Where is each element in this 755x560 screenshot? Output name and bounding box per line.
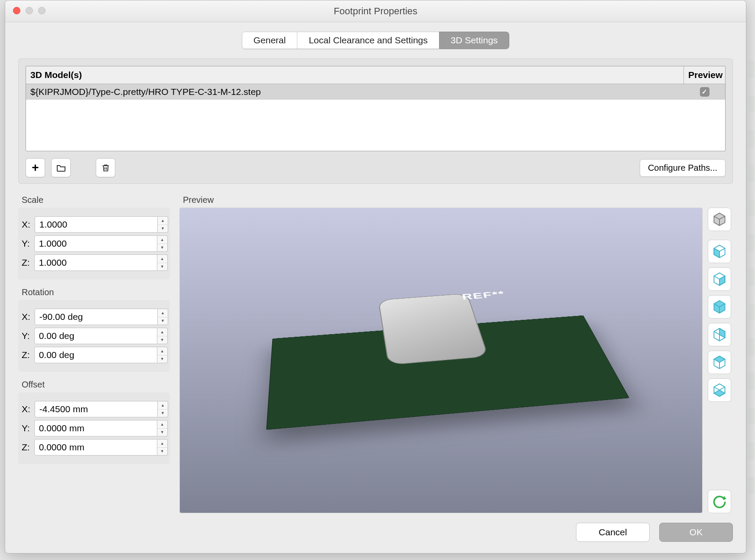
rotation-y-label: Y: xyxy=(22,331,30,341)
close-window-button[interactable] xyxy=(13,7,20,14)
offset-z-label: Z: xyxy=(22,442,30,453)
cube-front-icon xyxy=(712,299,727,315)
view-front-button[interactable] xyxy=(708,295,731,319)
cube-iso-icon xyxy=(712,212,727,227)
scale-label: Scale xyxy=(22,195,170,205)
scale-y-stepper[interactable]: ▲▼ xyxy=(157,235,168,252)
model-path-cell[interactable]: ${KIPRJMOD}/Type-C.pretty/HRO TYPE-C-31-… xyxy=(26,84,684,100)
scale-y-input[interactable] xyxy=(34,235,157,252)
rotation-panel: X: ▲▼ Y: ▲▼ xyxy=(18,300,170,372)
models-header-preview: Preview xyxy=(684,66,725,84)
add-model-button[interactable]: + xyxy=(26,158,45,177)
preview-label: Preview xyxy=(183,195,733,205)
offset-x-label: X: xyxy=(22,404,30,414)
scale-panel: X: ▲▼ Y: ▲▼ xyxy=(18,208,170,280)
browse-model-button[interactable] xyxy=(51,158,71,177)
rotation-z-input[interactable] xyxy=(34,347,157,363)
configure-paths-button[interactable]: Configure Paths... xyxy=(640,159,726,177)
offset-y-input[interactable] xyxy=(34,420,157,436)
offset-x-stepper[interactable]: ▲▼ xyxy=(158,401,168,417)
models-table: 3D Model(s) Preview ${KIPRJMOD}/Type-C.p… xyxy=(26,66,726,151)
folder-icon xyxy=(56,163,66,173)
background-editor-hint xyxy=(748,61,755,494)
offset-panel: X: ▲▼ Y: ▲▼ xyxy=(18,392,170,464)
plus-icon: + xyxy=(32,161,39,175)
offset-z-stepper[interactable]: ▲▼ xyxy=(157,439,168,456)
3d-preview-viewport[interactable]: REF** xyxy=(179,208,703,513)
rotation-x-stepper[interactable]: ▲▼ xyxy=(158,309,168,325)
rotation-x-input[interactable] xyxy=(35,309,158,325)
rotation-label: Rotation xyxy=(22,287,170,297)
component-render xyxy=(378,293,489,365)
scale-z-input[interactable] xyxy=(34,254,157,271)
tab-local-clearance[interactable]: Local Clearance and Settings xyxy=(297,32,439,49)
cube-left-icon xyxy=(712,244,727,259)
scale-x-input[interactable] xyxy=(35,216,158,233)
minimize-window-button[interactable] xyxy=(26,7,33,14)
offset-y-label: Y: xyxy=(22,423,30,433)
models-panel: 3D Model(s) Preview ${KIPRJMOD}/Type-C.p… xyxy=(18,59,733,184)
cube-top-icon xyxy=(712,355,727,370)
cube-right-icon xyxy=(712,271,727,287)
zoom-window-button[interactable] xyxy=(38,7,46,14)
trash-icon xyxy=(101,163,111,173)
view-buttons-column xyxy=(708,208,733,513)
view-back-button[interactable] xyxy=(708,323,731,346)
tab-3d-settings[interactable]: 3D Settings xyxy=(439,32,510,49)
titlebar: Footprint Properties xyxy=(5,0,746,22)
tab-general[interactable]: General xyxy=(242,32,298,49)
scale-y-label: Y: xyxy=(22,238,30,249)
scale-x-stepper[interactable]: ▲▼ xyxy=(158,216,168,233)
offset-z-input[interactable] xyxy=(34,439,157,456)
view-left-button[interactable] xyxy=(708,240,731,263)
models-empty-area xyxy=(26,100,725,151)
models-row[interactable]: ${KIPRJMOD}/Type-C.pretty/HRO TYPE-C-31-… xyxy=(26,84,725,100)
window-title: Footprint Properties xyxy=(334,6,417,17)
cube-back-icon xyxy=(712,327,727,342)
offset-y-stepper[interactable]: ▲▼ xyxy=(157,420,168,436)
rotation-z-stepper[interactable]: ▲▼ xyxy=(157,347,168,363)
offset-label: Offset xyxy=(22,380,170,390)
scale-z-stepper[interactable]: ▲▼ xyxy=(157,254,168,271)
rotation-z-label: Z: xyxy=(22,350,30,360)
refresh-icon xyxy=(712,494,727,509)
model-preview-checkbox[interactable]: ✓ xyxy=(700,87,709,97)
ref-label-render: REF** xyxy=(461,289,506,302)
ok-button[interactable]: OK xyxy=(659,523,733,542)
rotation-y-stepper[interactable]: ▲▼ xyxy=(157,328,168,344)
view-refresh-button[interactable] xyxy=(708,490,731,513)
tabbar: General Local Clearance and Settings 3D … xyxy=(5,22,746,49)
dialog-footer: Cancel OK xyxy=(5,513,746,553)
delete-model-button[interactable] xyxy=(96,158,115,177)
offset-x-input[interactable] xyxy=(35,401,158,417)
rotation-x-label: X: xyxy=(22,312,30,322)
rotation-y-input[interactable] xyxy=(34,328,157,344)
view-bottom-button[interactable] xyxy=(708,378,731,402)
cancel-button[interactable]: Cancel xyxy=(576,523,650,542)
scale-z-label: Z: xyxy=(22,257,30,268)
scale-x-label: X: xyxy=(22,219,30,230)
models-header-path: 3D Model(s) xyxy=(26,66,684,84)
view-top-button[interactable] xyxy=(708,351,731,374)
view-iso-button[interactable] xyxy=(708,208,731,231)
window-controls xyxy=(13,7,46,14)
cube-bottom-icon xyxy=(712,382,727,398)
view-right-button[interactable] xyxy=(708,267,731,291)
footprint-properties-dialog: Footprint Properties General Local Clear… xyxy=(5,0,746,553)
